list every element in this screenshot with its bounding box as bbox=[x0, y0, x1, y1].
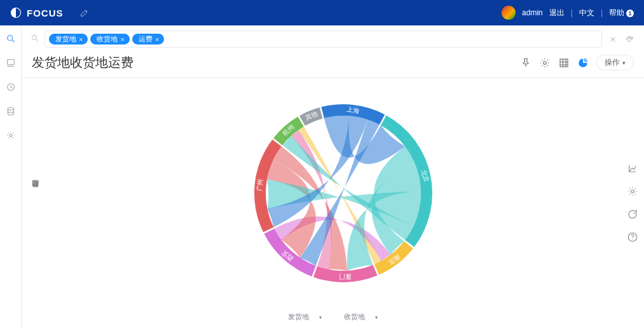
logout-link[interactable]: 退出 bbox=[549, 8, 565, 18]
nav-data-icon[interactable] bbox=[5, 106, 17, 117]
app-header: FOCUS admin 退出 | 中文 | 帮助1 bbox=[0, 0, 644, 25]
svg-point-7 bbox=[544, 61, 547, 64]
chart-tools bbox=[626, 162, 639, 243]
user-name[interactable]: admin bbox=[522, 8, 543, 17]
legend: 发货地▾ 收货地▾ bbox=[22, 308, 644, 328]
nav-history-icon[interactable] bbox=[5, 81, 17, 93]
svg-point-11 bbox=[632, 239, 633, 240]
svg-point-9 bbox=[631, 190, 634, 193]
pin-icon[interactable] bbox=[520, 57, 531, 69]
chevron-down-icon: ▾ bbox=[622, 60, 626, 66]
chart-icon[interactable] bbox=[577, 57, 589, 69]
brand-logo[interactable]: FOCUS bbox=[10, 7, 64, 18]
svg-point-1 bbox=[7, 36, 12, 41]
page-title: 发货地收货地运费 bbox=[32, 54, 134, 71]
chord-arc-label: 上海 bbox=[346, 106, 360, 114]
avatar[interactable] bbox=[502, 6, 516, 20]
lang-link[interactable]: 中文 bbox=[579, 8, 594, 18]
chip-close-icon[interactable]: × bbox=[120, 36, 124, 43]
svg-rect-2 bbox=[7, 60, 14, 65]
nav-search-icon[interactable] bbox=[5, 33, 17, 44]
chart-settings-icon[interactable] bbox=[626, 185, 639, 198]
svg-point-6 bbox=[32, 35, 36, 39]
filter-chip[interactable]: 收货地 × bbox=[90, 34, 129, 44]
help-icon[interactable] bbox=[626, 231, 639, 243]
svg-point-5 bbox=[10, 134, 12, 137]
search-input[interactable]: 发货地 ×收货地 ×运费 × bbox=[45, 31, 602, 48]
edit-icon[interactable] bbox=[79, 7, 90, 18]
refresh-icon[interactable] bbox=[624, 34, 635, 45]
search-bar: 发货地 ×收货地 ×运费 × bbox=[22, 25, 644, 48]
legend-item-a[interactable]: 发货地▾ bbox=[283, 313, 327, 320]
chord-arc-label: 厦门 bbox=[339, 273, 352, 280]
header-right: admin 退出 | 中文 | 帮助1 bbox=[502, 6, 634, 20]
gear-icon[interactable] bbox=[539, 57, 551, 69]
search-icon bbox=[31, 34, 39, 44]
help-badge: 1 bbox=[626, 10, 634, 17]
reload-icon[interactable] bbox=[626, 208, 639, 221]
brand-text: FOCUS bbox=[27, 8, 64, 18]
toolbar: 操作▾ bbox=[520, 55, 634, 71]
operate-button[interactable]: 操作▾ bbox=[596, 55, 634, 71]
filter-chip[interactable]: 发货地 × bbox=[49, 34, 88, 44]
svg-rect-8 bbox=[560, 59, 568, 67]
title-bar: 发货地收货地运费 操作▾ bbox=[22, 48, 644, 78]
filter-chip[interactable]: 运费 × bbox=[132, 34, 164, 44]
sidebar bbox=[0, 25, 22, 328]
chip-close-icon[interactable]: × bbox=[79, 36, 83, 43]
chord-arc-label: 广州 bbox=[256, 179, 264, 192]
chip-close-icon[interactable]: × bbox=[155, 36, 159, 43]
axis-icon[interactable] bbox=[626, 162, 639, 175]
help-link[interactable]: 帮助1 bbox=[609, 8, 634, 18]
nav-settings-icon[interactable] bbox=[5, 130, 17, 141]
svg-point-4 bbox=[8, 107, 13, 110]
chord-chart[interactable]: 上海北京南京厦门西安广州杭州其他 bbox=[43, 78, 644, 308]
legend-item-b[interactable]: 收货地▾ bbox=[339, 313, 383, 320]
clear-icon[interactable] bbox=[607, 34, 619, 45]
table-icon[interactable] bbox=[558, 57, 570, 69]
nav-dashboard-icon[interactable] bbox=[5, 57, 17, 69]
